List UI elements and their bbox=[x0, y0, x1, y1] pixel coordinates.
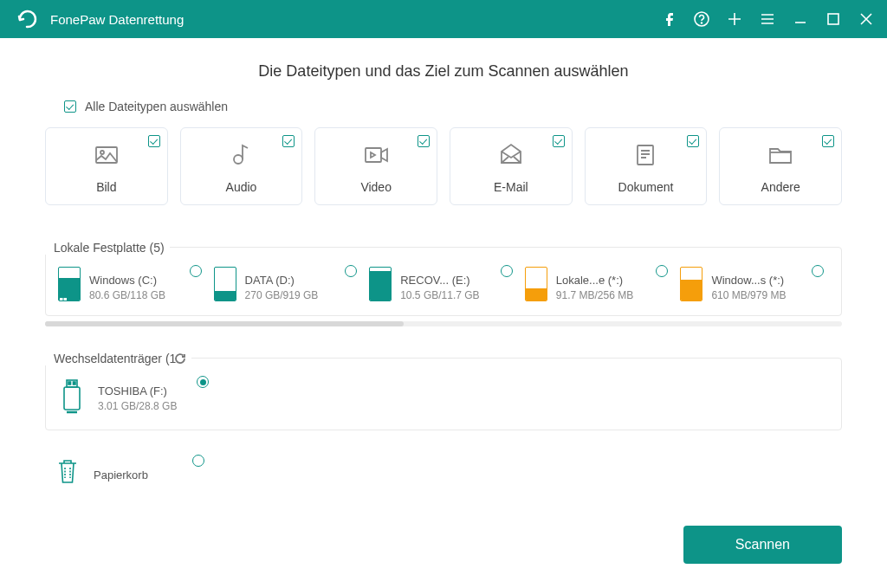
removable-drives-heading: Wechseldatenträger (1 bbox=[45, 352, 191, 365]
menu-icon[interactable] bbox=[759, 10, 776, 28]
drive-disk-icon bbox=[214, 267, 236, 301]
drive-name: DATA (D:) bbox=[245, 274, 319, 287]
file-types-grid: Bild Audio Video E-Mail Dokument bbox=[45, 127, 842, 205]
recycle-bin-item[interactable]: Papierkorb bbox=[54, 456, 210, 488]
drive-disk-icon bbox=[58, 267, 81, 301]
local-drive-item[interactable]: Windows (C:)80.6 GB/118 GB bbox=[58, 267, 207, 301]
drive-name: Lokale...e (*:) bbox=[556, 274, 633, 287]
drive-disk-icon bbox=[680, 267, 702, 301]
type-label: Andere bbox=[761, 180, 800, 194]
svg-rect-2 bbox=[828, 14, 838, 24]
close-icon[interactable] bbox=[858, 10, 875, 28]
local-drives-scrollbar[interactable] bbox=[45, 321, 842, 326]
type-card-document[interactable]: Dokument bbox=[585, 127, 708, 205]
drive-radio[interactable] bbox=[501, 265, 513, 277]
titlebar: FonePaw Datenrettung bbox=[0, 0, 887, 38]
type-checkbox[interactable] bbox=[148, 135, 160, 147]
maximize-icon[interactable] bbox=[825, 10, 842, 28]
app-title: FonePaw Datenrettung bbox=[50, 12, 660, 27]
type-checkbox[interactable] bbox=[687, 135, 699, 147]
svg-point-5 bbox=[234, 155, 243, 164]
drive-name: Window...s (*:) bbox=[711, 274, 786, 287]
titlebar-actions bbox=[660, 10, 875, 28]
drive-radio[interactable] bbox=[197, 376, 209, 388]
drive-radio[interactable] bbox=[812, 265, 824, 277]
svg-rect-7 bbox=[638, 145, 653, 165]
app-window: FonePaw Datenrettung Die Dateitypen und … bbox=[0, 0, 887, 588]
local-drive-item[interactable]: RECOV... (E:)10.5 GB/11.7 GB bbox=[369, 267, 518, 301]
scrollbar-thumb[interactable] bbox=[45, 321, 404, 326]
drive-name: RECOV... (E:) bbox=[400, 274, 479, 287]
local-drive-item[interactable]: Lokale...e (*:)91.7 MB/256 MB bbox=[525, 267, 674, 301]
svg-rect-6 bbox=[366, 148, 381, 162]
drive-size: 91.7 MB/256 MB bbox=[556, 289, 633, 301]
svg-rect-13 bbox=[68, 382, 71, 384]
type-label: Bild bbox=[96, 180, 116, 194]
local-drive-item[interactable]: DATA (D:)270 GB/919 GB bbox=[214, 267, 363, 301]
type-label: Video bbox=[360, 180, 392, 194]
select-all-checkbox[interactable] bbox=[64, 100, 76, 113]
type-card-email[interactable]: E-Mail bbox=[450, 127, 573, 205]
svg-rect-3 bbox=[96, 147, 117, 163]
drive-info: Papierkorb bbox=[94, 456, 148, 481]
local-drive-item[interactable]: Window...s (*:)610 MB/979 MB bbox=[680, 267, 829, 301]
type-checkbox[interactable] bbox=[553, 135, 565, 147]
recycle-label: Papierkorb bbox=[94, 468, 148, 481]
type-checkbox[interactable] bbox=[282, 135, 295, 147]
type-label: Audio bbox=[226, 180, 257, 194]
app-logo-icon bbox=[16, 8, 38, 30]
removable-drives-box: TOSHIBA (F:) 3.01 GB/28.8 GB bbox=[45, 358, 842, 430]
drive-size: 10.5 GB/11.7 GB bbox=[400, 289, 479, 301]
drive-radio[interactable] bbox=[190, 265, 202, 277]
select-all-label: Alle Dateitypen auswählen bbox=[85, 100, 228, 113]
audio-icon bbox=[226, 140, 256, 170]
removable-drive-item[interactable]: TOSHIBA (F:) 3.01 GB/28.8 GB bbox=[58, 378, 214, 416]
drive-size: 270 GB/919 GB bbox=[245, 289, 319, 301]
image-icon bbox=[92, 140, 121, 170]
recycle-section: Papierkorb bbox=[45, 456, 842, 488]
folder-icon bbox=[766, 140, 795, 170]
type-card-audio[interactable]: Audio bbox=[180, 127, 303, 205]
usb-drive-icon bbox=[58, 378, 86, 416]
scan-button[interactable]: Scannen bbox=[683, 526, 842, 564]
local-drives-box: Windows (C:)80.6 GB/118 GBDATA (D:)270 G… bbox=[45, 247, 842, 316]
document-icon bbox=[631, 140, 660, 170]
drive-name: TOSHIBA (F:) bbox=[98, 384, 177, 397]
facebook-icon[interactable] bbox=[660, 10, 677, 28]
type-checkbox[interactable] bbox=[822, 135, 834, 147]
video-icon bbox=[361, 140, 391, 170]
plus-icon[interactable] bbox=[726, 10, 743, 28]
help-icon[interactable] bbox=[693, 10, 710, 28]
drive-info: Lokale...e (*:)91.7 MB/256 MB bbox=[556, 267, 633, 301]
type-card-image[interactable]: Bild bbox=[45, 127, 168, 205]
type-label: Dokument bbox=[618, 180, 674, 194]
removable-drives-section: Wechseldatenträger (1 TOSHIBA (F:) 3.01 … bbox=[45, 342, 842, 430]
type-card-video[interactable]: Video bbox=[314, 127, 437, 205]
drive-radio[interactable] bbox=[656, 265, 668, 277]
select-all-row[interactable]: Alle Dateitypen auswählen bbox=[45, 100, 842, 113]
local-drives-heading: Lokale Festplatte (5) bbox=[45, 241, 170, 255]
refresh-icon[interactable] bbox=[176, 352, 186, 365]
drive-info: Windows (C:)80.6 GB/118 GB bbox=[89, 267, 165, 301]
footer: Scannen bbox=[45, 522, 842, 571]
drive-info: TOSHIBA (F:) 3.01 GB/28.8 GB bbox=[98, 378, 177, 412]
drive-radio[interactable] bbox=[345, 265, 357, 277]
type-checkbox[interactable] bbox=[418, 135, 430, 147]
svg-rect-9 bbox=[64, 298, 68, 301]
trash-icon bbox=[54, 456, 81, 488]
drive-info: DATA (D:)270 GB/919 GB bbox=[245, 267, 319, 301]
local-drives-section: Lokale Festplatte (5) Windows (C:)80.6 G… bbox=[45, 231, 842, 326]
drive-size: 80.6 GB/118 GB bbox=[89, 289, 165, 301]
main-content: Die Dateitypen und das Ziel zum Scannen … bbox=[0, 38, 887, 588]
drive-size: 3.01 GB/28.8 GB bbox=[98, 400, 177, 412]
svg-point-1 bbox=[702, 23, 702, 23]
svg-rect-15 bbox=[64, 387, 80, 410]
minimize-icon[interactable] bbox=[792, 10, 809, 28]
windows-os-icon bbox=[60, 293, 67, 300]
drive-name: Windows (C:) bbox=[89, 274, 165, 287]
drive-disk-icon bbox=[525, 267, 547, 301]
drive-radio[interactable] bbox=[192, 455, 204, 467]
svg-rect-8 bbox=[60, 298, 63, 301]
type-card-other[interactable]: Andere bbox=[719, 127, 842, 205]
drive-disk-icon bbox=[369, 267, 392, 301]
